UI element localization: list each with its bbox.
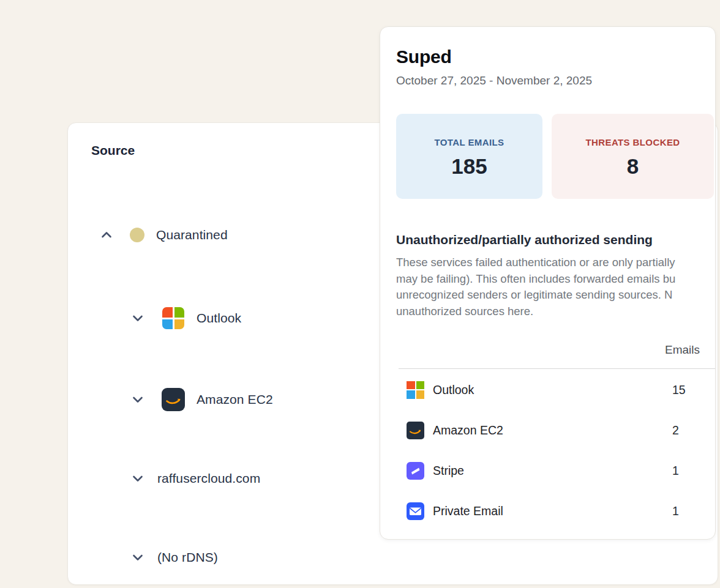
table-divider <box>399 368 716 369</box>
dashboard-background: Source Quarantined Outlook <box>0 0 720 588</box>
microsoft-logo-icon <box>407 381 424 399</box>
service-name: Stripe <box>433 464 464 478</box>
service-email-count: 1 <box>672 504 679 518</box>
tree-item-label: Quarantined <box>156 228 228 242</box>
stat-value: 185 <box>396 154 542 179</box>
quarantined-status-dot-icon <box>130 228 144 242</box>
tree-item-label: Amazon EC2 <box>197 392 273 407</box>
stats-row: TOTAL EMAILS 185 THREATS BLOCKED 8 <box>396 114 714 199</box>
stat-value: 8 <box>552 154 714 179</box>
stat-card-threats-blocked: THREATS BLOCKED 8 <box>552 114 714 199</box>
stat-label: THREATS BLOCKED <box>552 137 714 147</box>
tree-item-label: raffusercloud.com <box>157 471 260 486</box>
chevron-down-icon[interactable] <box>130 549 146 565</box>
tree-item-label: Outlook <box>197 311 241 326</box>
suped-report-panel: Suped October 27, 2025 - November 2, 202… <box>380 26 716 540</box>
tree-item-label: (No rDNS) <box>157 550 218 565</box>
table-row-stripe: Stripe 1 <box>407 450 715 491</box>
description-line: unrecognized senders or legitimate sendi… <box>396 287 675 303</box>
description-line: unauthorized sources here. <box>396 303 675 320</box>
chevron-down-icon[interactable] <box>130 392 146 408</box>
emails-column-header: Emails <box>665 343 700 357</box>
tree-item-raffusercloud[interactable]: raffusercloud.com <box>130 468 260 489</box>
services-table: Outlook 15 Amazon EC2 2 <box>407 370 715 531</box>
envelope-icon <box>407 502 424 520</box>
service-name: Amazon EC2 <box>433 423 503 437</box>
service-name: Outlook <box>433 383 474 397</box>
service-email-count: 2 <box>672 423 679 437</box>
chevron-up-icon[interactable] <box>99 227 114 243</box>
table-row-private-email: Private Email 1 <box>407 491 715 531</box>
report-title: Suped <box>396 47 452 67</box>
report-date-range: October 27, 2025 - November 2, 2025 <box>396 74 592 87</box>
section-description: These services failed authentication or … <box>396 255 675 319</box>
service-name: Private Email <box>433 504 503 518</box>
service-email-count: 15 <box>672 383 686 397</box>
service-email-count: 1 <box>672 464 679 478</box>
amazon-logo-icon <box>162 388 185 411</box>
tree-item-quarantined[interactable]: Quarantined <box>99 225 228 245</box>
amazon-logo-icon <box>407 422 424 439</box>
description-line: may be failing). This often includes for… <box>396 271 675 288</box>
stat-card-total-emails: TOTAL EMAILS 185 <box>396 114 542 199</box>
tree-item-outlook[interactable]: Outlook <box>130 304 241 332</box>
chevron-down-icon[interactable] <box>130 310 146 326</box>
tree-item-amazon-ec2[interactable]: Amazon EC2 <box>130 385 273 414</box>
source-panel-title: Source <box>91 143 135 158</box>
stripe-logo-icon <box>407 462 424 480</box>
tree-item-no-rdns[interactable]: (No rDNS) <box>130 547 218 568</box>
microsoft-logo-icon <box>162 307 185 330</box>
table-row-outlook: Outlook 15 <box>407 370 715 410</box>
table-row-amazon-ec2: Amazon EC2 2 <box>407 410 715 450</box>
section-heading: Unauthorized/partially authorized sendin… <box>396 233 653 247</box>
stat-label: TOTAL EMAILS <box>396 137 542 147</box>
chevron-down-icon[interactable] <box>130 471 146 486</box>
description-line: These services failed authentication or … <box>396 255 675 271</box>
